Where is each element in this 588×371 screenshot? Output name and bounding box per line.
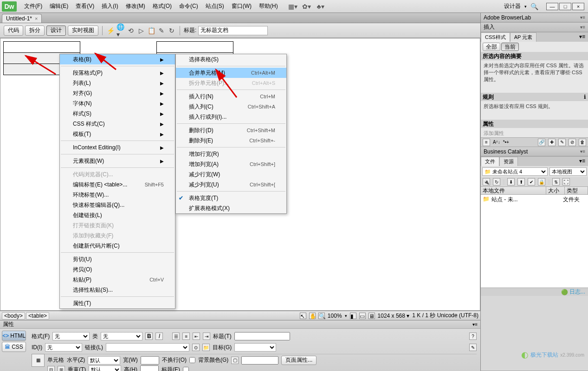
sub-dec-colspan[interactable]: 减少列宽(U)Ctrl+Shift+[ (176, 179, 286, 190)
ctx-new-snippet[interactable]: 创建新代码片断(C) (60, 241, 175, 251)
title2-input[interactable] (234, 332, 290, 340)
col-type[interactable]: 类型 (565, 187, 588, 194)
desktop-icon[interactable]: 🖥 (368, 313, 375, 319)
hand-icon[interactable]: ✋ (309, 313, 316, 319)
ctx-incontext[interactable]: InContext Editing(I)▶ (60, 142, 175, 153)
tab-files[interactable]: 文件 (481, 157, 499, 166)
ctx-wrap-tag[interactable]: 环绕标签(W)... (60, 190, 175, 200)
pointer-icon[interactable]: ↖ (300, 313, 306, 319)
sub-inc-rowspan[interactable]: 增加行宽(R) (176, 149, 286, 159)
panel-insert[interactable]: 插入▾≡ (481, 23, 588, 32)
add-property-link[interactable]: 添加属性 (481, 128, 588, 137)
hz-select[interactable]: 默认 (88, 356, 120, 365)
ctx-css-style[interactable]: CSS 样式(C)▶ (60, 119, 175, 129)
outdent-icon[interactable]: ⇤ (193, 333, 200, 340)
h-input[interactable] (140, 365, 159, 371)
bg-input[interactable] (241, 356, 278, 365)
id-select[interactable]: 无 (45, 343, 82, 352)
check-icon[interactable]: ✎ (157, 26, 166, 35)
get-icon[interactable]: ⬇ (507, 178, 515, 186)
menu-view[interactable]: 查看(V) (72, 0, 98, 13)
css-az-icon[interactable]: Aᶻ↓ (493, 140, 500, 145)
workspace-switcher[interactable]: 设计器 (504, 2, 521, 10)
menu-site[interactable]: 站点(S) (202, 0, 228, 13)
menu-help[interactable]: 帮助(H) (255, 0, 282, 13)
ctx-table[interactable]: 表格(B)▶ (60, 54, 175, 64)
viewport-size[interactable]: 1024 x 568 ▾ (378, 313, 410, 319)
sub-insert-col[interactable]: 插入列(C)Ctrl+Shift+A (176, 102, 286, 112)
col-file[interactable]: 本地文件 (481, 187, 546, 194)
view-select[interactable]: 本地视图 (549, 167, 587, 176)
col-size[interactable]: 大小 (546, 187, 565, 194)
merge-icon[interactable]: ⊟ (47, 366, 55, 371)
ctx-align[interactable]: 对齐(G)▶ (60, 88, 175, 98)
refresh-icon[interactable]: ⟲ (127, 26, 135, 35)
css-attach-icon[interactable]: 🔗 (538, 139, 545, 146)
maximize-button[interactable]: □ (559, 3, 571, 10)
menu-modify[interactable]: 修改(M) (122, 0, 149, 13)
format-select[interactable]: 无 (52, 332, 90, 340)
css-edit-icon[interactable]: ✎ (558, 139, 566, 146)
checkin-icon[interactable]: 🔒 (538, 178, 545, 186)
color-swatch[interactable]: ▢ (231, 357, 239, 364)
options-icon[interactable]: 📋 (147, 26, 155, 35)
w-input[interactable] (141, 356, 159, 365)
file-row-site[interactable]: 📁 站点 - 未... 文件夹 (481, 195, 588, 205)
inspect-icon[interactable]: 🌐▾ (116, 26, 125, 35)
ctx-edit-tag[interactable]: 编辑标签(E) <table>...Shift+F5 (60, 179, 175, 190)
menu-insert[interactable]: 插入(I) (98, 0, 122, 13)
nav-icon[interactable]: ▷ (137, 26, 145, 35)
help-icon[interactable]: ? (469, 333, 477, 340)
menu-window[interactable]: 窗口(W) (228, 0, 255, 13)
site-select[interactable]: 📁 未命名站点 4 (482, 167, 548, 176)
css-cat-icon[interactable]: ≡ (483, 139, 490, 146)
split-icon[interactable]: ⊞ (58, 366, 65, 371)
connect-icon[interactable]: 🔌 (483, 178, 490, 186)
quick-tag-icon[interactable]: ✎ (469, 344, 477, 351)
ctx-properties[interactable]: 属性(T) (60, 298, 175, 308)
rules-info-icon[interactable]: ℹ (584, 94, 586, 100)
sub-delete-row[interactable]: 删除行(D)Ctrl+Shift+M (176, 125, 286, 135)
minimize-button[interactable]: — (546, 3, 558, 10)
livecode-icon[interactable]: ⚡ (106, 26, 115, 35)
view-live-button[interactable]: 实时视图 (68, 26, 98, 36)
menu-edit[interactable]: 编辑(E) (46, 0, 72, 13)
vt-select[interactable]: 默认 (89, 365, 121, 371)
extend-icon[interactable]: ✿▾ (303, 3, 310, 10)
page-props-button[interactable]: 页面属性... (281, 356, 317, 365)
put-icon[interactable]: ⬆ (517, 178, 525, 186)
target-select[interactable] (234, 343, 276, 352)
view-split-button[interactable]: 拆分 (25, 26, 45, 36)
tab-resources[interactable]: 资源 (499, 157, 518, 166)
checkout-icon[interactable]: ✔ (528, 178, 535, 186)
ctx-font[interactable]: 字体(N)▶ (60, 98, 175, 109)
link-select[interactable] (106, 343, 189, 352)
sub-table-width[interactable]: ✔表格宽度(T) (176, 193, 286, 203)
expand-icon[interactable]: ⛶ (562, 178, 570, 186)
ol-icon[interactable]: ≡ (182, 333, 190, 340)
browse-icon[interactable]: 📁 (202, 344, 210, 351)
tag-body[interactable]: <body> (2, 312, 25, 320)
ctx-copy[interactable]: 拷贝(O) (60, 264, 175, 275)
reload-icon[interactable]: ↻ (168, 26, 176, 35)
sync-icon[interactable]: ⇅ (552, 178, 560, 186)
ctx-cut[interactable]: 剪切(U) (60, 254, 175, 264)
ctx-quick-tag-editor[interactable]: 快速标签编辑器(Q)... (60, 200, 175, 210)
sub-select-table[interactable]: 选择表格(S) (176, 54, 286, 64)
log-link[interactable]: 日志... (569, 288, 585, 296)
sub-expanded-mode[interactable]: 扩展表格模式(X) (176, 203, 286, 213)
ul-icon[interactable]: ☰ (172, 333, 180, 340)
refresh-files-icon[interactable]: ↻ (493, 178, 500, 186)
bold-icon[interactable]: B (145, 333, 153, 340)
tablet-icon[interactable]: ▭ (359, 313, 366, 319)
view-design-button[interactable]: 设计 (46, 26, 66, 36)
css-all-button[interactable]: 全部 (483, 43, 500, 51)
sub-inc-colspan[interactable]: 增加列宽(A)Ctrl+Shift+] (176, 159, 286, 169)
css-set-icon[interactable]: *•+ (503, 140, 509, 145)
close-tab-icon[interactable]: × (35, 16, 38, 21)
sitemap-icon[interactable]: ♣▾ (317, 3, 324, 10)
indent-icon[interactable]: ⇥ (203, 333, 210, 340)
css-new-icon[interactable]: ✚ (548, 139, 556, 146)
point-to-file-icon[interactable]: ⊙ (192, 344, 200, 351)
zoom-icon[interactable]: 🔍 (318, 313, 325, 319)
